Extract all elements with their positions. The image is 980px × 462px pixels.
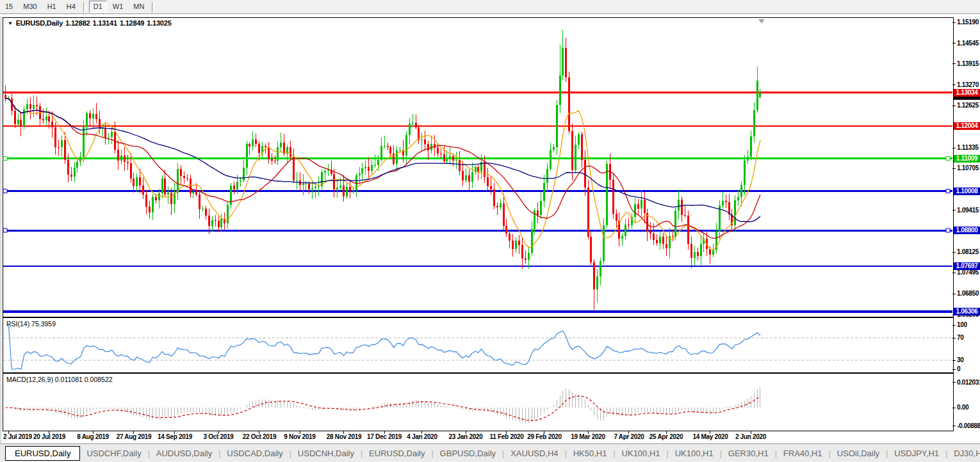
date-label: 14 Sep 2019 xyxy=(158,433,192,440)
price-tick-label: 1.12625 xyxy=(957,102,980,109)
hline-price-badge: 1.12004 xyxy=(954,122,980,130)
date-label: 28 Nov 2019 xyxy=(327,433,362,440)
price-tick-label: 1.13270 xyxy=(957,81,980,88)
chart-title: ▼EURUSD,Daily1.128821.131411.128491.1302… xyxy=(8,19,174,27)
date-label: 4 Jan 2020 xyxy=(407,433,437,440)
tab-fra40-h1[interactable]: FRA40,H1 xyxy=(777,447,829,460)
rsi-tick-label: 0 xyxy=(957,365,980,372)
macd-panel[interactable] xyxy=(3,373,954,431)
timeframe-toolbar: 15M30H1H4D1W1MN xyxy=(0,0,980,13)
date-label: 23 Jan 2020 xyxy=(449,433,483,440)
macd-tick-label: 0.00 xyxy=(957,404,980,411)
timeframe-button-w1[interactable]: W1 xyxy=(108,1,128,13)
price-tick-label: 1.13915 xyxy=(957,60,980,67)
tab-uk100-h1[interactable]: UK100,H1 xyxy=(616,447,667,460)
price-tick-label: 1.06850 xyxy=(957,290,980,297)
hline-price-badge: 1.06306 xyxy=(954,308,980,315)
date-label: 2 Jun 2020 xyxy=(735,433,766,440)
price-tick-label: 1.15190 xyxy=(957,19,980,26)
price-tick-label: 1.11335 xyxy=(957,144,980,151)
symbol-tabbar: EURUSD,DailyUSDCHF,Daily|AUDUSD,Daily|US… xyxy=(0,443,980,462)
date-label: 17 Dec 2019 xyxy=(367,433,402,440)
tab-audusd-daily[interactable]: AUDUSD,Daily xyxy=(150,447,218,460)
macd-tick-label: 0.012031 xyxy=(957,379,980,386)
price-tick-label: 1.10705 xyxy=(957,164,980,171)
rsi-panel[interactable] xyxy=(3,317,954,373)
rsi-tick-label: 30 xyxy=(957,356,980,363)
hline-price-badge: 1.08800 xyxy=(954,227,980,234)
date-label: 14 May 2020 xyxy=(692,433,728,440)
date-label: 7 Apr 2020 xyxy=(614,433,644,440)
window-edge xyxy=(1,17,1,443)
tab-dj30-h1[interactable]: DJ30,H1 xyxy=(947,447,980,460)
ohlc-low: 1.12849 xyxy=(120,19,144,27)
tab-usdjpy-h1[interactable]: USDJPY,H1 xyxy=(888,447,945,460)
price-tick-label: 1.14545 xyxy=(957,40,980,47)
ohlc-open: 1.12882 xyxy=(65,19,90,27)
tab-eurusd-daily[interactable]: EURUSD,Daily xyxy=(363,447,431,460)
tab-uk100-h1[interactable]: UK100,H1 xyxy=(669,447,720,460)
date-label: 20 Jul 2019 xyxy=(33,433,65,440)
hline-price-badge: 1.10008 xyxy=(954,187,980,195)
tab-gbpusd-daily[interactable]: GBPUSD,Daily xyxy=(434,447,502,460)
tab-eurusd-daily[interactable]: EURUSD,Daily xyxy=(5,446,80,461)
toolbar-separator xyxy=(152,2,154,12)
timeframe-button-d1[interactable]: D1 xyxy=(89,1,107,13)
date-label: 2 Jul 2019 xyxy=(3,433,32,440)
date-label: 8 Aug 2019 xyxy=(77,433,108,440)
date-label: 22 Oct 2019 xyxy=(243,433,276,440)
timeframe-button-h4[interactable]: H4 xyxy=(62,1,80,13)
tab-usdchf-daily[interactable]: USDCHF,Daily xyxy=(80,447,147,460)
price-tick-label: 1.09415 xyxy=(957,207,980,214)
date-label: 27 Aug 2019 xyxy=(117,433,152,440)
tab-ger30-h1[interactable]: GER30,H1 xyxy=(722,447,775,460)
toolbar-divider xyxy=(0,13,980,16)
tab-usoil-daily[interactable]: USOil,Daily xyxy=(831,447,886,460)
macd-tick-label: -0.00888 xyxy=(957,422,980,429)
hline-price-badge: 1.13034 xyxy=(954,89,980,97)
timeframe-button-mn[interactable]: MN xyxy=(129,1,149,13)
tab-xauusd-h4[interactable]: XAUUSD,H4 xyxy=(504,447,564,460)
symbol-collapse-icon[interactable]: ▼ xyxy=(8,20,13,26)
date-label: 3 Oct 2019 xyxy=(203,433,233,440)
tab-usdcad-daily[interactable]: USDCAD,Daily xyxy=(220,447,289,460)
rsi-tick-label: 70 xyxy=(957,334,980,341)
timeframe-button-m30[interactable]: M30 xyxy=(19,1,41,13)
date-label: 9 Nov 2019 xyxy=(284,433,315,440)
hline-price-badge: 1.07697 xyxy=(954,262,980,270)
timeframe-button-15[interactable]: 15 xyxy=(1,1,17,13)
tab-usdcnh-daily[interactable]: USDCNH,Daily xyxy=(291,447,361,460)
rsi-label: RSI(14) 75.3959 xyxy=(6,320,56,328)
date-label: 11 Feb 2020 xyxy=(490,433,524,440)
date-label: 19 Mar 2020 xyxy=(571,433,605,440)
toolbar-separator xyxy=(83,2,86,12)
hline-price-badge: 1.11009 xyxy=(954,155,980,163)
main-chart-panel[interactable] xyxy=(3,17,954,317)
date-label: 25 Apr 2020 xyxy=(649,433,683,440)
chart-symbol-label: EURUSD,Daily xyxy=(16,19,63,27)
macd-label: MACD(12,26,9) 0.011081 0.008522 xyxy=(6,376,113,383)
rsi-tick-label: 100 xyxy=(957,321,980,328)
ohlc-close: 1.13025 xyxy=(147,19,171,27)
tab-hk50-h1[interactable]: HK50,H1 xyxy=(567,447,614,460)
price-tick-label: 1.08125 xyxy=(957,248,980,255)
ohlc-high: 1.13141 xyxy=(93,19,117,27)
timeframe-button-h1[interactable]: H1 xyxy=(43,1,61,13)
date-label: 29 Feb 2020 xyxy=(527,433,561,440)
trading-app-window: 15M30H1H4D1W1MN ▼EURUSD,Daily1.128821.13… xyxy=(0,0,980,462)
